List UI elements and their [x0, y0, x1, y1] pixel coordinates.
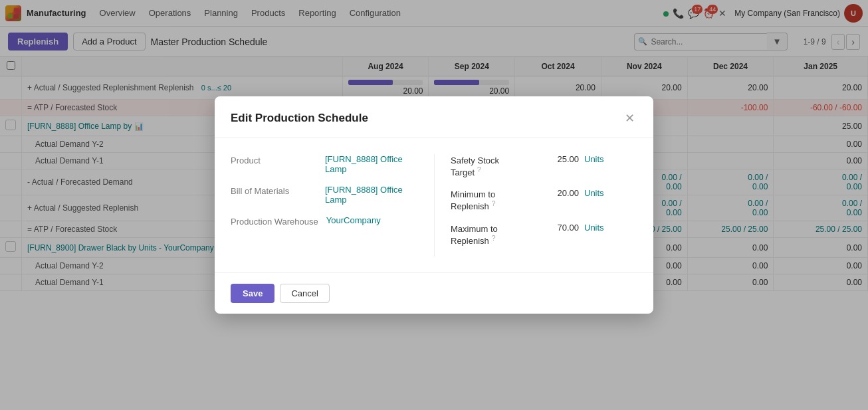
bom-field-value[interactable]: [FURN_8888] Office Lamp [325, 185, 418, 205]
warehouse-field-row: Production Warehouse YourCompany [231, 215, 418, 227]
modal-close-button[interactable]: ✕ [622, 110, 637, 127]
max-replenish-label: Maximum to Replenish ? [451, 223, 520, 246]
max-replenish-value: 70.00 [526, 223, 579, 233]
modal-footer: Save Cancel [215, 272, 653, 314]
bom-field-label: Bill of Materials [231, 185, 317, 196]
min-replenish-label: Minimum to Replenish ? [451, 188, 520, 211]
safety-stock-unit[interactable]: Units [584, 154, 637, 164]
warehouse-field-value[interactable]: YourCompany [326, 215, 381, 225]
modal-overlay[interactable]: Edit Production Schedule ✕ Product [FURN… [0, 0, 868, 410]
safety-stock-value: 25.00 [526, 154, 579, 164]
modal-body: Product [FURN_8888] Office Lamp Bill of … [215, 138, 653, 272]
bom-field-row: Bill of Materials [FURN_8888] Office Lam… [231, 185, 418, 205]
safety-stock-label: Safety Stock Target ? [451, 154, 520, 177]
min-replenish-row: Minimum to Replenish ? 20.00 Units [451, 188, 637, 211]
safety-stock-help-icon[interactable]: ? [477, 165, 481, 173]
max-replenish-unit[interactable]: Units [584, 223, 637, 233]
min-replenish-unit[interactable]: Units [584, 188, 637, 198]
max-replenish-help-icon[interactable]: ? [491, 234, 495, 242]
safety-stock-row: Safety Stock Target ? 25.00 Units [451, 154, 637, 177]
product-field-value[interactable]: [FURN_8888] Office Lamp [325, 154, 418, 174]
modal-left-column: Product [FURN_8888] Office Lamp Bill of … [231, 154, 434, 256]
product-field-label: Product [231, 154, 317, 165]
cancel-button[interactable]: Cancel [280, 284, 329, 303]
product-field-row: Product [FURN_8888] Office Lamp [231, 154, 418, 174]
edit-production-modal: Edit Production Schedule ✕ Product [FURN… [215, 96, 653, 314]
modal-right-column: Safety Stock Target ? 25.00 Units Minimu… [434, 154, 637, 256]
warehouse-field-label: Production Warehouse [231, 215, 318, 227]
max-replenish-row: Maximum to Replenish ? 70.00 Units [451, 223, 637, 246]
min-replenish-value: 20.00 [526, 188, 579, 198]
modal-title: Edit Production Schedule [231, 112, 368, 125]
modal-header: Edit Production Schedule ✕ [215, 96, 653, 138]
min-replenish-help-icon[interactable]: ? [491, 199, 495, 207]
save-button[interactable]: Save [231, 284, 274, 303]
